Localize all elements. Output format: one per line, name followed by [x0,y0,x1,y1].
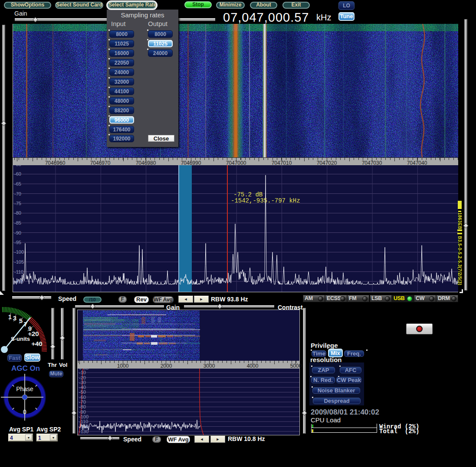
svg-text:Phase: Phase [16,385,33,392]
svg-text:-80: -80 [79,404,86,409]
svg-text:+40: +40 [31,340,42,347]
svg-text:0: 0 [23,408,26,415]
svg-text:-130: -130 [79,429,89,434]
svg-text:-1542,-935.-797 kHz: -1542,-935.-797 kHz [231,197,300,204]
svg-text:1: 1 [8,313,12,320]
svg-text:5: 5 [19,317,23,324]
svg-text:-50: -50 [79,389,86,395]
svg-text:-10: -10 [79,370,86,375]
svg-text:3: 3 [13,314,16,322]
svg-text:-110: -110 [79,419,88,424]
